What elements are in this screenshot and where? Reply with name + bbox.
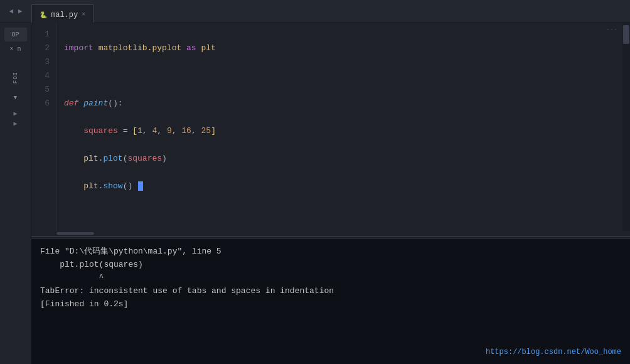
terminal-line-4: TabError: inconsistent use of tabs and s… bbox=[40, 284, 621, 297]
h-scrollbar-thumb bbox=[56, 232, 94, 235]
sidebar-arrow-2[interactable]: ▶ bbox=[13, 120, 17, 127]
sidebar: OP × n FOI ▼ ▶ ▶ bbox=[0, 23, 31, 364]
code-line-5: plt.plot(squares) bbox=[64, 152, 615, 166]
sidebar-op-label: OP bbox=[11, 31, 19, 38]
tab-close-button[interactable]: × bbox=[82, 11, 85, 18]
code-line-6: plt.show() bbox=[64, 179, 615, 193]
sidebar-chevron-down[interactable]: ▼ bbox=[13, 94, 18, 102]
sidebar-fo-label: FOI bbox=[13, 72, 19, 83]
tab-file-icon: 🐍 bbox=[40, 11, 47, 19]
nav-back-icon[interactable]: ◀ bbox=[7, 6, 15, 16]
sidebar-controls: ▼ bbox=[0, 94, 31, 102]
sidebar-op-button[interactable]: OP bbox=[4, 28, 27, 41]
code-editor[interactable]: import matplotlib.pyplot as plt def pain… bbox=[56, 23, 622, 231]
editor-pane[interactable]: 1 2 3 4 5 6 import matplotlib.pyplot as … bbox=[31, 23, 630, 231]
top-bar-left: ◀ ▶ bbox=[0, 6, 31, 16]
nav-forward-icon[interactable]: ▶ bbox=[16, 6, 24, 16]
code-line-2 bbox=[64, 69, 615, 83]
code-line-4: squares = [1, 4, 9, 16, 25] bbox=[64, 124, 615, 138]
editor-container: 1 2 3 4 5 6 import matplotlib.pyplot as … bbox=[31, 23, 630, 364]
main-area: OP × n FOI ▼ ▶ ▶ 1 2 3 4 5 6 bbox=[0, 23, 630, 364]
tab-label: mal.py bbox=[51, 11, 78, 19]
tab-mal-py[interactable]: 🐍 mal.py × bbox=[31, 4, 93, 24]
terminal-line-3: ^ bbox=[40, 271, 621, 284]
sidebar-arrow-1[interactable]: ▶ bbox=[13, 110, 17, 117]
editor-top-right-hint: ... bbox=[606, 25, 617, 32]
line-num-3: 3 bbox=[45, 55, 50, 69]
horizontal-scrollbar[interactable] bbox=[31, 231, 630, 236]
code-line-3: def paint(): bbox=[64, 97, 615, 110]
line-num-1: 1 bbox=[45, 28, 50, 41]
top-bar: ◀ ▶ 🐍 mal.py × bbox=[0, 0, 630, 23]
tab-area: 🐍 mal.py × bbox=[31, 0, 93, 22]
text-cursor bbox=[138, 181, 143, 191]
line-num-4: 4 bbox=[45, 69, 50, 83]
line-num-2: 2 bbox=[45, 41, 50, 55]
line-numbers: 1 2 3 4 5 6 bbox=[31, 23, 56, 231]
terminal-line-2: plt.plot(squares) bbox=[40, 258, 621, 271]
terminal-line-1: File "D:\代码集\python\mal.py", line 5 bbox=[40, 245, 621, 258]
line-num-5: 5 bbox=[45, 83, 50, 97]
minimap-thumb bbox=[623, 25, 629, 44]
code-line-1: import matplotlib.pyplot as plt bbox=[64, 41, 615, 55]
terminal-url: https://blog.csdn.net/Woo_home bbox=[486, 348, 621, 356]
line-num-6: 6 bbox=[45, 97, 50, 110]
minimap-scrollbar[interactable] bbox=[622, 23, 630, 231]
sidebar-close-button[interactable]: × n bbox=[9, 44, 22, 54]
terminal-pane: File "D:\代码集\python\mal.py", line 5 plt.… bbox=[31, 238, 630, 364]
terminal-line-5: [Finished in 0.2s] bbox=[40, 297, 621, 311]
